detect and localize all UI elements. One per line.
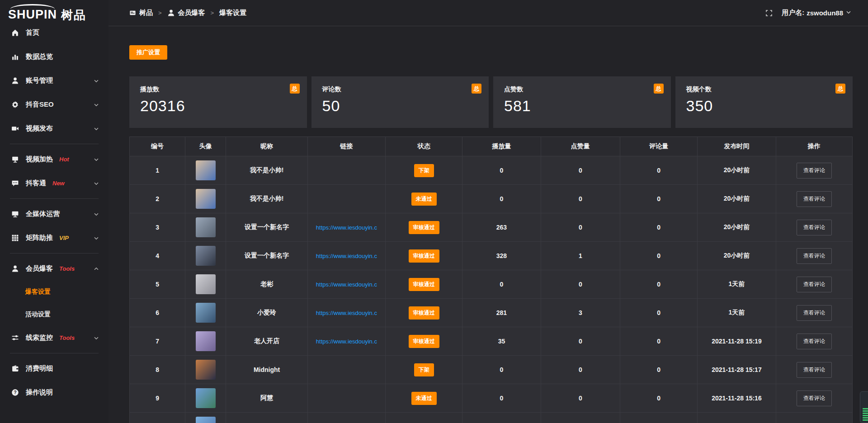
sidebar-item-1[interactable]: 数据总览: [0, 45, 108, 69]
view-comments-button[interactable]: 查看评论: [797, 334, 832, 349]
breadcrumb-item-2[interactable]: 爆客设置: [219, 9, 246, 17]
sidebar-item-18[interactable]: ?操作说明: [0, 381, 108, 404]
floating-widget[interactable]: [860, 391, 868, 423]
row-number-cell: 6: [130, 299, 185, 327]
avatar: [196, 217, 216, 237]
view-comments-button[interactable]: 查看评论: [797, 248, 832, 264]
status-badge: 审核通过: [409, 335, 439, 348]
user-menu[interactable]: 用户名: zswodun88: [782, 9, 852, 17]
nickname-cell: 小爱玲: [226, 299, 307, 327]
sidebar: SHUPIN 树品 首页数据总览账号管理抖音SEO视频发布视频加热Hot抖客通N…: [0, 0, 108, 423]
sidebar-menu: 首页数据总览账号管理抖音SEO视频发布视频加热Hot抖客通New全媒体运营矩阵助…: [0, 21, 108, 404]
sidebar-item-15[interactable]: 线索监控Tools: [0, 326, 108, 350]
sidebar-item-3[interactable]: 抖音SEO: [0, 93, 108, 117]
chevron-down-icon: [93, 180, 99, 187]
status-cell: 审核通过: [386, 299, 462, 327]
fullscreen-icon[interactable]: [765, 9, 773, 17]
screen-brush-icon: [11, 155, 20, 163]
video-link[interactable]: https://www.iesdouyin.c: [316, 281, 377, 288]
sidebar-subitem-13[interactable]: 爆客设置: [0, 281, 108, 303]
video-link[interactable]: https://www.iesdouyin.c: [316, 338, 377, 345]
sidebar-item-tag: Tools: [59, 265, 75, 272]
chevron-down-icon: [93, 235, 99, 241]
status-badge: 审核通过: [409, 306, 439, 320]
sidebar-item-9[interactable]: 全媒体运营: [0, 202, 108, 226]
sidebar-item-4[interactable]: 视频发布: [0, 117, 108, 141]
status-cell: 下架: [386, 356, 462, 384]
stat-label: 视频个数: [686, 85, 842, 94]
sidebar-subitem-14[interactable]: 活动设置: [0, 303, 108, 326]
actions-cell: 查看评论: [776, 242, 852, 270]
comments-cell: [620, 413, 697, 423]
question-icon: ?: [11, 389, 20, 396]
status-badge: 未通过: [411, 193, 437, 206]
plays-cell: 328: [462, 242, 541, 270]
view-comments-button[interactable]: 查看评论: [797, 305, 832, 321]
video-link[interactable]: https://www.iesdouyin.c: [316, 310, 377, 316]
view-comments-button[interactable]: 查看评论: [797, 220, 832, 235]
status-badge: 下架: [414, 363, 434, 376]
total-badge: 总: [472, 84, 481, 94]
sidebar-item-6[interactable]: 视频加热Hot: [0, 147, 108, 171]
sidebar-item-tag: VIP: [59, 235, 69, 241]
sidebar-item-label: 矩阵助推: [26, 234, 53, 242]
table-row: 5老彬https://www.iesdouyin.c审核通过0001天前查看评论: [130, 270, 853, 299]
stat-value: 20316: [140, 97, 296, 115]
sidebar-item-10[interactable]: 矩阵助推VIP: [0, 226, 108, 250]
main-content: 推广设置 播放数总20316评论数总50点赞数总581视频个数总350 编号头像…: [108, 26, 868, 423]
avatar-cell: [185, 413, 226, 423]
view-comments-button[interactable]: 查看评论: [797, 390, 832, 406]
status-cell: 审核通过: [386, 327, 462, 356]
view-comments-button[interactable]: 查看评论: [797, 163, 832, 179]
sidebar-item-12[interactable]: 会员爆客Tools: [0, 257, 108, 281]
breadcrumb-item-0[interactable]: 树品: [129, 9, 153, 17]
view-comments-button[interactable]: 查看评论: [797, 277, 832, 292]
nickname-cell: 我不是小帅!: [226, 156, 307, 185]
avatar: [196, 189, 216, 209]
sidebar-item-label: 会员爆客: [26, 264, 53, 273]
view-comments-button[interactable]: 查看评论: [797, 191, 832, 207]
comments-cell: 0: [620, 242, 697, 270]
user-icon: [167, 9, 175, 17]
breadcrumb-item-1[interactable]: 会员爆客: [167, 9, 205, 17]
stat-value: 350: [686, 97, 842, 115]
view-comments-button[interactable]: 查看评论: [797, 362, 832, 378]
sidebar-item-0[interactable]: 首页: [0, 21, 108, 45]
sidebar-item-7[interactable]: 抖客通New: [0, 171, 108, 195]
sidebar-item-17[interactable]: 消费明细: [0, 357, 108, 381]
row-number-cell: [130, 413, 185, 423]
breadcrumb-separator: >: [211, 9, 214, 16]
column-header: 播放量: [462, 137, 541, 156]
publish-time-cell: 2021-11-28 15:16: [698, 384, 776, 413]
sidebar-item-2[interactable]: 账号管理: [0, 69, 108, 93]
sidebar-divider: [10, 144, 99, 144]
promotion-settings-button[interactable]: 推广设置: [129, 45, 167, 60]
video-link[interactable]: https://www.iesdouyin.c: [316, 224, 377, 231]
actions-cell: 查看评论: [776, 185, 852, 213]
status-cell: 审核通过: [386, 270, 462, 299]
avatar-cell: [185, 299, 226, 327]
link-cell: https://www.iesdouyin.c: [307, 270, 385, 299]
actions-cell: [776, 413, 852, 423]
videos-table-wrap: 编号头像昵称链接状态播放量点赞量评论量发布时间操作 1我不是小帅!下架00020…: [129, 136, 853, 423]
videos-table: 编号头像昵称链接状态播放量点赞量评论量发布时间操作 1我不是小帅!下架00020…: [129, 136, 853, 423]
avatar: [196, 331, 216, 351]
plays-cell: 263: [462, 213, 541, 242]
total-badge: 总: [654, 84, 664, 94]
row-number-cell: 9: [130, 384, 185, 413]
top-header: 树品>会员爆客>爆客设置 用户名: zswodun88: [108, 0, 868, 26]
publish-time-cell: 2021-11-28 15:17: [698, 356, 776, 384]
video-camera-icon: [11, 125, 20, 132]
plays-cell: 0: [462, 356, 541, 384]
table-header-row: 编号头像昵称链接状态播放量点赞量评论量发布时间操作: [130, 137, 853, 156]
sidebar-item-label: 操作说明: [26, 388, 53, 397]
sidebar-item-label: 数据总览: [26, 52, 53, 61]
avatar: [196, 388, 216, 408]
video-link[interactable]: https://www.iesdouyin.c: [316, 253, 377, 259]
status-badge: 下架: [414, 164, 434, 177]
status-cell: 审核通过: [386, 242, 462, 270]
widget-bar: [863, 417, 868, 418]
grid-icon: [11, 234, 20, 242]
link-cell: https://www.iesdouyin.c: [307, 242, 385, 270]
app-logo[interactable]: SHUPIN 树品: [0, 0, 108, 21]
